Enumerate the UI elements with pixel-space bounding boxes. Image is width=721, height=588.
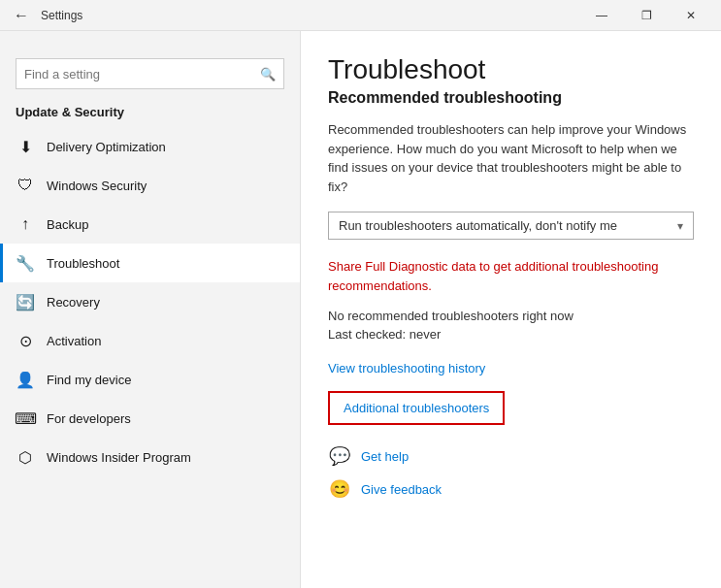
sidebar-item-backup[interactable]: ↑Backup [0,205,300,244]
sidebar-item-find-my-device[interactable]: 👤Find my device [0,360,300,399]
help-item-give-feedback[interactable]: 😊Give feedback [328,477,694,501]
sidebar-item-label-recovery: Recovery [47,295,284,310]
section-title: Recommended troubleshooting [328,89,694,107]
sidebar-item-label-for-developers: For developers [47,411,284,426]
sidebar-item-recovery[interactable]: 🔄Recovery [0,282,300,321]
sidebar-item-label-find-my-device: Find my device [47,373,284,387]
recovery-icon: 🔄 [16,292,35,311]
sidebar-item-for-developers[interactable]: ⌨For developers [0,399,300,438]
help-label-get-help: Get help [361,449,409,464]
sidebar-item-label-windows-security: Windows Security [47,179,284,193]
main-container: 🔍 Update & Security ⬇Delivery Optimizati… [0,31,721,588]
window-title: Settings [41,9,579,22]
window-controls: — ❐ ✕ [579,0,713,31]
for-developers-icon: ⌨ [16,408,35,428]
sidebar-header [0,31,300,50]
nav-items-list: ⬇Delivery Optimization🛡Windows Security↑… [0,127,300,476]
status-text: No recommended troubleshooters right now [328,309,694,323]
sidebar-item-activation[interactable]: ⊙Activation [0,321,300,360]
close-icon: ✕ [686,9,696,22]
view-history-link[interactable]: View troubleshooting history [328,361,694,376]
dropdown-value: Run troubleshooters automatically, don't… [339,218,617,233]
content-area: Troubleshoot Recommended troubleshooting… [301,31,721,588]
sidebar-item-label-backup: Backup [47,217,284,232]
sidebar-section-title: Update & Security [0,101,300,127]
sidebar-item-windows-insider[interactable]: ⬡Windows Insider Program [0,438,300,476]
sidebar-item-label-activation: Activation [47,334,284,348]
minimize-button[interactable]: — [579,0,624,31]
find-my-device-icon: 👤 [16,370,35,389]
title-bar: ← Settings — ❐ ✕ [0,0,721,31]
sidebar: 🔍 Update & Security ⬇Delivery Optimizati… [0,31,301,588]
maximize-button[interactable]: ❐ [624,0,669,31]
sidebar-item-troubleshoot[interactable]: 🔧Troubleshoot [0,244,300,282]
delivery-optimization-icon: ⬇ [16,137,35,156]
windows-insider-icon: ⬡ [16,447,35,467]
help-item-get-help[interactable]: 💬Get help [328,444,694,468]
search-input[interactable] [24,67,260,82]
description-text: Recommended troubleshooters can help imp… [328,120,694,196]
additional-troubleshooters-link[interactable]: Additional troubleshooters [328,391,505,425]
close-button[interactable]: ✕ [669,0,713,31]
activation-icon: ⊙ [16,331,35,350]
give-feedback-icon: 😊 [328,477,351,501]
back-icon: ← [14,7,29,24]
search-icon: 🔍 [260,67,276,82]
sidebar-item-label-troubleshoot: Troubleshoot [47,256,284,271]
minimize-icon: — [596,9,607,22]
sidebar-item-label-windows-insider: Windows Insider Program [47,450,284,465]
sidebar-item-delivery-optimization[interactable]: ⬇Delivery Optimization [0,127,300,166]
maximize-icon: ❐ [641,9,652,22]
help-label-give-feedback: Give feedback [361,482,442,497]
windows-security-icon: 🛡 [16,176,35,195]
help-items-list: 💬Get help😊Give feedback [328,444,694,501]
sidebar-item-windows-security[interactable]: 🛡Windows Security [0,166,300,205]
page-title: Troubleshoot [328,54,694,85]
last-checked-text: Last checked: never [328,327,694,342]
diagnostic-link[interactable]: Share Full Diagnostic data to get additi… [328,257,694,295]
troubleshoot-icon: 🔧 [16,253,35,273]
get-help-icon: 💬 [328,444,351,468]
sidebar-item-label-delivery-optimization: Delivery Optimization [47,140,284,154]
backup-icon: ↑ [16,214,35,234]
chevron-down-icon: ▾ [677,219,683,233]
search-box[interactable]: 🔍 [16,58,284,89]
troubleshoot-dropdown[interactable]: Run troubleshooters automatically, don't… [328,212,694,240]
back-button[interactable]: ← [8,2,35,29]
